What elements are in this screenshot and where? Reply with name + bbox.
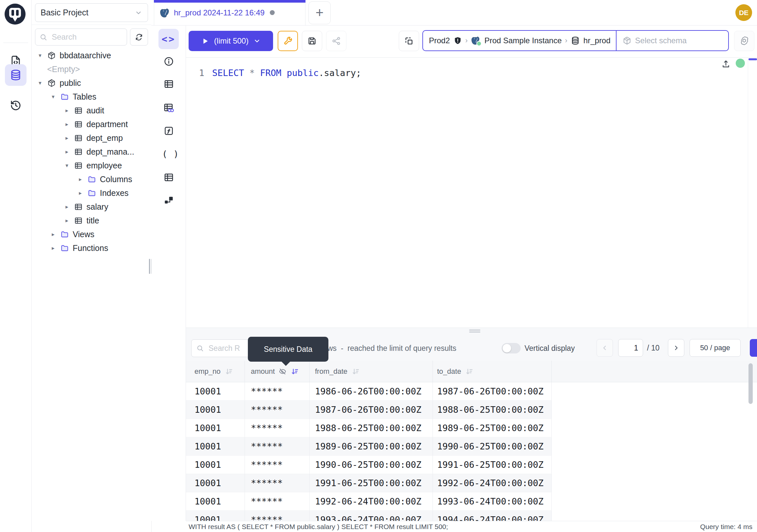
column-header-to_date[interactable]: to_date — [433, 361, 552, 382]
table-row[interactable]: 10001******1987-06-26T00:00:00Z1988-06-2… — [186, 401, 757, 419]
table-cell[interactable]: ****** — [245, 437, 310, 456]
table-cell[interactable]: 10001 — [186, 437, 245, 456]
save-sheet-button[interactable] — [302, 31, 322, 51]
sort-icon[interactable] — [225, 367, 233, 376]
tree-item-views[interactable]: ▸Views — [32, 227, 151, 241]
upload-icon[interactable] — [721, 59, 731, 69]
table-cell[interactable]: 1993-06-24T00:00:00Z — [433, 492, 552, 511]
table-cell[interactable]: ****** — [245, 401, 310, 419]
tree-item-audit[interactable]: ▸audit — [32, 104, 151, 117]
prev-page-button[interactable] — [596, 339, 613, 357]
table-cell[interactable]: 1994-06-24T00:00:00Z — [433, 511, 552, 521]
table-row[interactable]: 10001******1991-06-25T00:00:00Z1992-06-2… — [186, 474, 757, 492]
sql-editor-area[interactable]: 1 SELECT * FROM public.salary; — [186, 58, 757, 328]
tree-item-public[interactable]: ▾public — [32, 76, 151, 90]
next-page-button[interactable] — [668, 339, 684, 357]
run-query-button[interactable]: (limit 500) — [189, 31, 273, 51]
instance-segment[interactable]: Prod Sample Instance — [471, 36, 561, 46]
table-cell[interactable]: 1991-06-25T00:00:00Z — [433, 456, 552, 474]
table-row[interactable]: 10001******1986-06-26T00:00:00Z1987-06-2… — [186, 382, 757, 401]
environment-segment[interactable]: Prod2 — [429, 36, 462, 45]
code-line[interactable]: 1 SELECT * FROM public.salary; — [186, 66, 361, 80]
connection-breadcrumb[interactable]: Prod2 › Prod Sample Instance › hr_prod S… — [422, 30, 729, 51]
table-cell[interactable]: ****** — [245, 492, 310, 511]
table-cell[interactable]: 1986-06-26T00:00:00Z — [310, 382, 433, 401]
views-panel-button[interactable] — [164, 172, 174, 183]
format-sql-button[interactable] — [278, 31, 298, 51]
table-search-panel-button[interactable] — [164, 103, 174, 113]
table-cell[interactable]: 10001 — [186, 419, 245, 437]
table-row[interactable]: 10001******1988-06-25T00:00:00Z1989-06-2… — [186, 419, 757, 437]
table-cell[interactable]: 10001 — [186, 382, 245, 401]
table-cell[interactable]: 1989-06-25T00:00:00Z — [310, 437, 433, 456]
page-number-input[interactable] — [618, 339, 643, 357]
tree-item-dept-emp[interactable]: ▸dept_emp — [32, 131, 151, 145]
tables-panel-button[interactable] — [164, 78, 174, 89]
column-header-emp_no[interactable]: emp_no — [186, 361, 245, 382]
column-header-from_date[interactable]: from_date — [310, 361, 433, 382]
table-cell[interactable]: 1987-06-26T00:00:00Z — [310, 401, 433, 419]
table-cell[interactable]: 10001 — [186, 511, 245, 521]
table-cell[interactable]: 1990-06-25T00:00:00Z — [310, 456, 433, 474]
project-selector[interactable]: Basic Project — [35, 3, 148, 22]
tree-item-tables[interactable]: ▾Tables — [32, 90, 151, 104]
table-cell[interactable]: ****** — [245, 382, 310, 401]
procedures-panel-button[interactable]: ( ) — [162, 148, 179, 159]
table-cell[interactable]: ****** — [245, 419, 310, 437]
table-cell[interactable]: 1987-06-26T00:00:00Z — [433, 382, 552, 401]
tree-item-columns[interactable]: ▸Columns — [32, 172, 151, 186]
table-cell[interactable]: 1990-06-25T00:00:00Z — [433, 437, 552, 456]
tree-item-dept-mana-[interactable]: ▸dept_mana... — [32, 145, 151, 159]
sort-icon[interactable] — [351, 367, 360, 376]
database-segment[interactable]: hr_prod — [571, 36, 611, 45]
tree-item-title[interactable]: ▸title — [32, 214, 151, 227]
table-cell[interactable]: ****** — [245, 456, 310, 474]
tree-item-bbdataarchive[interactable]: ▾bbdataarchive — [32, 48, 151, 62]
table-cell[interactable]: ****** — [245, 511, 310, 521]
sidebar-search[interactable] — [35, 28, 127, 46]
info-panel-button[interactable] — [164, 56, 174, 67]
table-cell[interactable]: 1991-06-25T00:00:00Z — [310, 474, 433, 492]
tree-item-salary[interactable]: ▸salary — [32, 200, 151, 214]
table-cell[interactable]: 1988-06-25T00:00:00Z — [433, 401, 552, 419]
table-cell[interactable]: 10001 — [186, 401, 245, 419]
table-cell[interactable]: 10001 — [186, 492, 245, 511]
schema-selector[interactable]: Select schema — [617, 36, 692, 45]
table-cell[interactable]: ****** — [245, 474, 310, 492]
sidebar-search-input[interactable] — [51, 32, 123, 42]
table-cell[interactable]: 1992-06-24T00:00:00Z — [433, 474, 552, 492]
table-row[interactable]: 10001******1993-06-24T00:00:00Z1994-06-2… — [186, 511, 757, 521]
functions-panel-button[interactable] — [164, 125, 174, 136]
table-cell[interactable]: 1988-06-25T00:00:00Z — [310, 419, 433, 437]
rail-item-databases[interactable] — [5, 64, 26, 86]
tree-item-indexes[interactable]: ▸Indexes — [32, 186, 151, 200]
tree-item-department[interactable]: ▸department — [32, 117, 151, 131]
table-cell[interactable]: 10001 — [186, 474, 245, 492]
tab-hr-prod[interactable]: hr_prod 2024-11-22 16:49 — [154, 0, 306, 25]
tree-item--empty-[interactable]: <Empty> — [32, 62, 151, 76]
rail-item-history[interactable] — [5, 95, 26, 116]
table-cell[interactable]: 1992-06-24T00:00:00Z — [310, 492, 433, 511]
table-cell[interactable]: 1989-06-25T00:00:00Z — [433, 419, 552, 437]
user-avatar[interactable]: DE — [735, 4, 752, 21]
sort-icon[interactable] — [290, 367, 299, 376]
vertical-display-toggle[interactable] — [501, 343, 521, 354]
share-sheet-button[interactable] — [326, 31, 347, 51]
page-size-select[interactable]: 50 / page — [689, 339, 741, 357]
batch-mode-button[interactable] — [399, 31, 419, 51]
sort-icon[interactable] — [465, 367, 473, 376]
results-resize-handle[interactable] — [469, 329, 480, 333]
tree-item-employee[interactable]: ▾employee — [32, 159, 151, 172]
column-header-amount[interactable]: amount — [245, 361, 310, 382]
ai-assistant-button[interactable] — [734, 31, 754, 51]
tree-item-functions[interactable]: ▸Functions — [32, 241, 151, 255]
export-button[interactable] — [750, 339, 757, 357]
refresh-schema-button[interactable] — [130, 28, 148, 46]
table-row[interactable]: 10001******1990-06-25T00:00:00Z1991-06-2… — [186, 456, 757, 474]
results-scrollbar[interactable] — [748, 363, 753, 404]
table-cell[interactable]: 1993-06-24T00:00:00Z — [310, 511, 433, 521]
code-panel-button[interactable]: <> — [159, 29, 179, 49]
table-cell[interactable]: 10001 — [186, 456, 245, 474]
new-tab-button[interactable]: + — [308, 1, 331, 24]
schema-diagram-button[interactable] — [164, 195, 174, 206]
